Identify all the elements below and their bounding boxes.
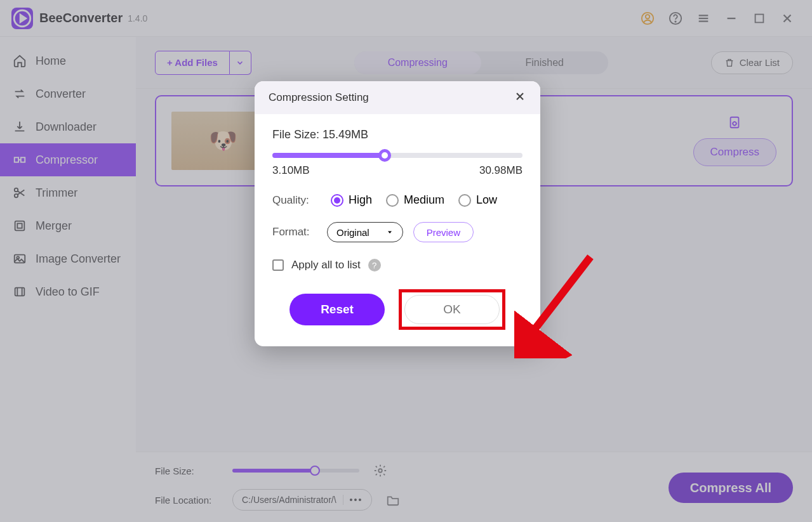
file-size-label: File Size: [272, 128, 319, 141]
chevron-down-icon [386, 228, 394, 236]
quality-radio-low[interactable]: Low [458, 193, 497, 207]
help-tooltip-icon[interactable]: ? [368, 259, 381, 271]
quality-label: Quality: [272, 194, 317, 207]
modal-title: Compression Setting [269, 91, 369, 104]
svg-marker-32 [388, 232, 392, 234]
reset-button[interactable]: Reset [290, 294, 385, 325]
preview-button[interactable]: Preview [413, 222, 474, 242]
file-size-slider[interactable] [272, 153, 522, 158]
ok-button[interactable]: OK [404, 295, 500, 324]
file-size-value: 15.49MB [323, 128, 368, 141]
size-min: 3.10MB [272, 164, 310, 177]
modal-close-button[interactable] [514, 90, 526, 106]
format-value: Original [336, 227, 369, 238]
quality-radio-medium[interactable]: Medium [386, 193, 444, 207]
apply-all-label: Apply all to list [291, 259, 361, 271]
format-label: Format: [272, 226, 317, 238]
size-max: 30.98MB [479, 164, 522, 177]
quality-radio-high[interactable]: High [331, 193, 372, 207]
close-icon [514, 90, 526, 103]
apply-all-checkbox[interactable] [272, 259, 284, 271]
compression-setting-modal: Compression Setting File Size: 15.49MB 3… [255, 81, 540, 346]
ok-button-highlight: OK [399, 289, 505, 330]
format-select[interactable]: Original [327, 222, 403, 242]
